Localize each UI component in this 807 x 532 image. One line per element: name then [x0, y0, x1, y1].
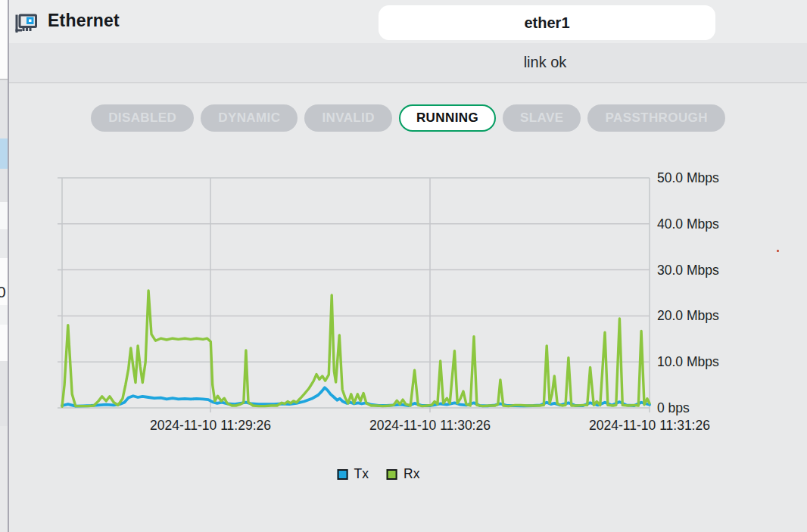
x-tick-label: 2024-11-10 11:31:26 — [565, 418, 734, 434]
header-bar: Ethernet ether1 — [9, 0, 807, 43]
link-status-row: link ok — [9, 43, 807, 83]
background-band — [0, 80, 8, 138]
legend-label: Rx — [404, 466, 419, 482]
legend-swatch-tx — [338, 469, 348, 480]
legend-label: Tx — [354, 466, 369, 482]
red-dot-artifact — [777, 250, 779, 252]
badge-dynamic: DYNAMIC — [201, 104, 298, 132]
background-band — [0, 138, 8, 169]
background-band — [0, 426, 8, 532]
background-band — [0, 361, 8, 426]
network-card-icon — [13, 9, 40, 36]
series-rx — [62, 291, 650, 406]
background-band — [0, 0, 8, 79]
link-status-text: link ok — [462, 54, 628, 71]
background-band — [0, 169, 8, 202]
background-band — [0, 325, 8, 361]
badges-row: DISABLEDDYNAMICINVALIDRUNNINGSLAVEPASSTH… — [9, 104, 807, 132]
background-band — [0, 202, 8, 229]
badge-running: RUNNING — [399, 104, 496, 132]
background-band — [0, 229, 8, 258]
legend-swatch-rx — [387, 469, 397, 480]
background-band — [0, 258, 8, 282]
badge-disabled: DISABLED — [91, 104, 194, 132]
interface-name-field[interactable]: ether1 — [379, 5, 715, 40]
traffic-chart — [62, 178, 650, 408]
x-tick-label: 2024-11-10 11:29:26 — [126, 418, 295, 434]
y-tick-label: 40.0 Mbps — [657, 214, 748, 234]
badge-slave: SLAVE — [503, 104, 581, 132]
badge-invalid: INVALID — [304, 104, 392, 132]
legend-item-tx: Tx — [338, 466, 369, 482]
badge-passthrough: PASSTHROUGH — [587, 104, 724, 132]
background-band — [0, 305, 8, 325]
clipped-background-text: 0 — [0, 283, 6, 301]
legend-item-rx: Rx — [387, 466, 419, 482]
y-tick-label: 0 bps — [657, 398, 748, 418]
y-tick-label: 20.0 Mbps — [657, 306, 748, 325]
panel-left-divider — [8, 0, 9, 532]
chart-legend: TxRx — [338, 466, 420, 482]
background-page-strip: 0 — [0, 0, 8, 532]
y-tick-label: 10.0 Mbps — [657, 352, 748, 372]
y-tick-label: 30.0 Mbps — [657, 260, 748, 280]
page-title: Ethernet — [48, 11, 120, 31]
y-tick-label: 50.0 Mbps — [657, 168, 748, 188]
background-band — [0, 79, 8, 80]
x-tick-label: 2024-11-10 11:30:26 — [345, 418, 515, 434]
